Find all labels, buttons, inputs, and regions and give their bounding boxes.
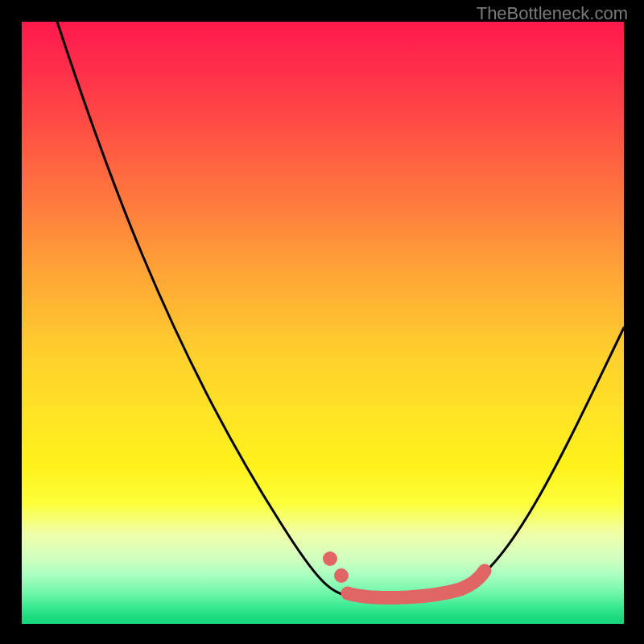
marker-dot bbox=[334, 568, 349, 583]
plot-area bbox=[22, 22, 624, 624]
marker-dot bbox=[323, 551, 337, 566]
chart-container: TheBottleneck.com bbox=[0, 0, 644, 644]
marker-segment bbox=[348, 571, 485, 597]
bottleneck-curve bbox=[22, 22, 624, 624]
watermark-text: TheBottleneck.com bbox=[477, 3, 628, 24]
curve-path bbox=[57, 22, 624, 598]
